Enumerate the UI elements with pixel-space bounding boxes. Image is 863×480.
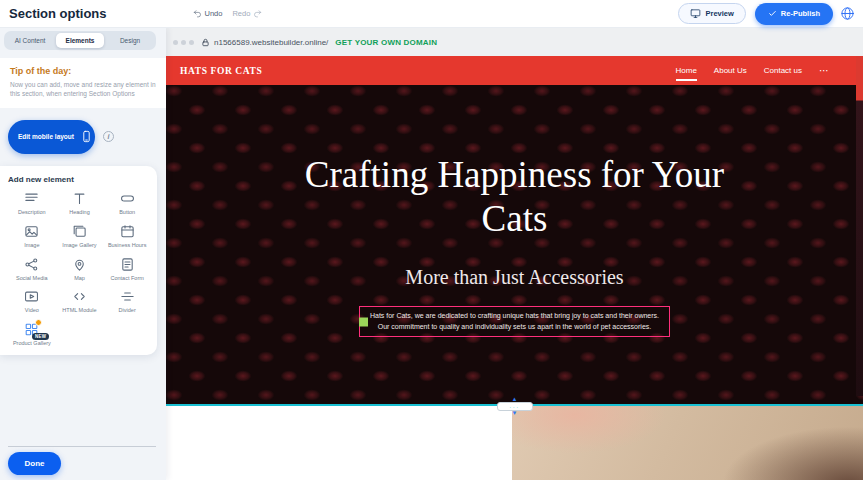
nav-home[interactable]: Home <box>676 60 697 81</box>
hero-heading[interactable]: Crafting Happiness for Your Cats <box>295 153 735 240</box>
divider-icon <box>120 289 135 304</box>
social-media-icon <box>24 257 39 272</box>
preview-button[interactable]: Preview <box>678 3 745 24</box>
done-button[interactable]: Done <box>8 452 61 475</box>
history-controls: Undo Redo <box>193 9 263 18</box>
phone-icon <box>80 130 93 143</box>
site-nav: Home About Us Contact us ⋯ <box>676 60 830 81</box>
page-title: Section options <box>9 6 107 21</box>
arrow-down-icon: ▼ <box>512 411 518 416</box>
language-button[interactable] <box>840 6 855 21</box>
edit-mobile-layout-button[interactable]: Edit mobile layout <box>8 120 95 154</box>
editor-canvas: n1566589.websitebuilder.online/ GET YOUR… <box>166 28 863 480</box>
tip-of-the-day: Tip of the day: Now you can add, move an… <box>0 58 166 108</box>
add-new-element-panel: Add new element Description Heading Butt… <box>0 166 157 355</box>
image-gallery-icon <box>72 224 87 239</box>
next-section-preview <box>166 406 863 480</box>
undo-button[interactable]: Undo <box>193 9 223 18</box>
add-element-video[interactable]: Video <box>8 289 56 314</box>
undo-label: Undo <box>205 9 223 18</box>
map-pin-icon <box>72 257 87 272</box>
tab-design[interactable]: Design <box>106 33 154 48</box>
resize-handle[interactable] <box>359 317 368 326</box>
section-resize-handle[interactable]: ▲ ··· ▼ <box>497 397 533 416</box>
element-label: HTML Module <box>62 307 96 314</box>
tip-title: Tip of the day: <box>10 66 156 76</box>
add-element-heading[interactable]: Heading <box>56 191 104 216</box>
add-element-divider[interactable]: Divider <box>103 289 151 314</box>
edit-mobile-row: Edit mobile layout <box>8 120 166 154</box>
top-toolbar: Section options Undo Redo Preview Re-Pub… <box>0 0 863 28</box>
preview-label: Preview <box>705 9 733 18</box>
add-element-contact-form[interactable]: Contact Form <box>103 257 151 282</box>
add-panel-title: Add new element <box>8 175 151 184</box>
add-element-map[interactable]: Map <box>56 257 104 282</box>
video-icon <box>24 289 39 304</box>
business-hours-icon <box>120 224 135 239</box>
site-header: HATS FOR CATS Home About Us Contact us ⋯ <box>166 56 863 85</box>
sidebar-divider <box>8 446 156 447</box>
new-badge: NEW <box>32 333 49 340</box>
image-icon <box>24 224 39 239</box>
hero-paragraph-line: Hats for Cats, we are dedicated to craft… <box>370 311 659 322</box>
element-label: Business Hours <box>108 242 147 249</box>
add-element-html-module[interactable]: HTML Module <box>56 289 104 314</box>
browser-dots <box>173 40 194 45</box>
redo-button[interactable]: Redo <box>232 9 262 18</box>
app-window: Section options Undo Redo Preview Re-Pub… <box>0 0 863 480</box>
get-domain-link[interactable]: GET YOUR OWN DOMAIN <box>335 38 437 47</box>
element-label: Image <box>24 242 39 249</box>
add-element-image[interactable]: Image <box>8 224 56 249</box>
hero-section[interactable]: Crafting Happiness for Your Cats More th… <box>166 85 863 406</box>
site-logo[interactable]: HATS FOR CATS <box>180 66 262 76</box>
heading-icon <box>72 191 87 206</box>
sidebar-tabs: AI Content Elements Design <box>4 31 156 50</box>
republish-button[interactable]: Re-Publish <box>755 3 833 25</box>
html-module-icon <box>72 289 87 304</box>
lock-icon <box>201 38 210 47</box>
element-label: Contact Form <box>111 275 144 282</box>
notification-dot <box>35 319 42 326</box>
redo-label: Redo <box>232 9 250 18</box>
nav-contact-us[interactable]: Contact us <box>764 60 802 81</box>
element-label: Button <box>119 209 135 216</box>
monitor-icon <box>690 8 701 19</box>
element-label: Product Gallery <box>13 340 51 347</box>
browser-dot <box>181 40 186 45</box>
hero-paragraph-line: Our commitment to quality and individual… <box>370 322 659 333</box>
description-icon <box>24 191 39 206</box>
redo-icon <box>253 9 262 18</box>
tab-ai-content[interactable]: AI Content <box>6 33 54 48</box>
check-icon <box>768 9 777 18</box>
cat-photo <box>512 406 863 480</box>
section-options-sidebar: AI Content Elements Design Tip of the da… <box>0 28 166 480</box>
element-grid: Description Heading Button Image Image G… <box>8 191 151 347</box>
hero-subheading[interactable]: More than Just Accessories <box>405 266 623 289</box>
element-label: Video <box>25 307 39 314</box>
add-element-image-gallery[interactable]: Image Gallery <box>56 224 104 249</box>
globe-icon <box>840 6 855 21</box>
browser-address-bar: n1566589.websitebuilder.online/ GET YOUR… <box>166 28 863 56</box>
info-icon[interactable] <box>103 131 114 142</box>
add-element-business-hours[interactable]: Business Hours <box>103 224 151 249</box>
edit-mobile-label: Edit mobile layout <box>18 133 74 140</box>
nav-about-us[interactable]: About Us <box>714 60 747 81</box>
contact-form-icon <box>120 257 135 272</box>
scrollbar[interactable] <box>856 56 863 396</box>
button-icon <box>120 191 135 206</box>
element-label: Image Gallery <box>62 242 96 249</box>
site-url: n1566589.websitebuilder.online/ <box>214 38 328 47</box>
add-element-social-media[interactable]: Social Media <box>8 257 56 282</box>
tab-elements[interactable]: Elements <box>56 33 104 48</box>
add-element-button[interactable]: Button <box>103 191 151 216</box>
element-label: Heading <box>69 209 90 216</box>
element-label: Social Media <box>16 275 48 282</box>
add-element-product-gallery[interactable]: NEW Product Gallery <box>8 322 56 347</box>
hero-paragraph-selected[interactable]: Hats for Cats, we are dedicated to craft… <box>359 306 670 337</box>
nav-more-icon[interactable]: ⋯ <box>819 66 829 76</box>
element-label: Divider <box>119 307 136 314</box>
republish-label: Re-Publish <box>781 9 820 18</box>
browser-dot <box>189 40 194 45</box>
add-element-description[interactable]: Description <box>8 191 56 216</box>
next-section-background <box>166 406 512 480</box>
